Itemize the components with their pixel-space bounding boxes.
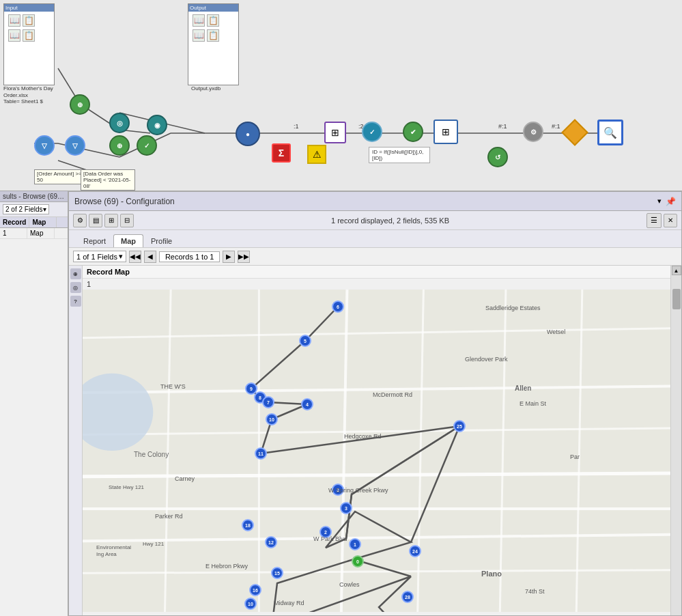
pin-icon[interactable]: 📌 (666, 197, 676, 206)
wf-node-green-c[interactable]: ⊕ (109, 135, 130, 156)
output-box[interactable]: Output 📖 📋 📖 📋 (188, 3, 239, 85)
wf-node-1[interactable]: ⊕ (70, 94, 90, 115)
sidebar-icon-2[interactable]: ◎ (70, 282, 81, 293)
wf-node-filter[interactable]: ● (236, 122, 260, 146)
svg-text:E Main St: E Main St (520, 400, 547, 407)
wf-node-rect-1[interactable]: ⊞ (324, 122, 346, 143)
wf-node-5[interactable]: ✓ (362, 122, 382, 142)
first-record-btn[interactable]: ◀◀ (129, 251, 141, 263)
svg-point-37 (83, 374, 153, 451)
sidebar-icon-1[interactable]: ⊕ (70, 268, 81, 279)
last-record-btn[interactable]: ▶▶ (238, 251, 250, 263)
table-header: Record Map (0, 217, 68, 228)
tab-report[interactable]: Report (76, 234, 113, 247)
view-btn-1[interactable]: ▤ (89, 214, 102, 227)
svg-text:Hedgcoxe Rd: Hedgcoxe Rd (344, 433, 382, 440)
browse-header-icons: ▾ 📌 (657, 197, 676, 206)
browse-panel: Browse (69) - Configuration ▾ 📌 ⚙ ▤ ⊞ ⊟ … (68, 191, 682, 616)
wf-node-filter-a[interactable]: ▽ (34, 135, 55, 156)
wf-node-filter-b[interactable]: ▽ (65, 135, 85, 156)
fields-label: 2 of 2 Fields (5, 206, 42, 213)
svg-text:24: 24 (412, 549, 418, 554)
wf-node-circular[interactable]: ↺ (487, 147, 508, 167)
svg-text:5: 5 (304, 339, 307, 344)
close-btn[interactable]: ✕ (664, 214, 677, 227)
svg-text:W Spring Creek Pkwy: W Spring Creek Pkwy (328, 487, 388, 494)
col-map: Map (29, 217, 57, 227)
svg-text:Glendover Park: Glendover Park (465, 356, 508, 363)
workflow-canvas: :1 :2 #:1 #:1 Input 📖 📋 📖 📋 Flora's Moth… (0, 0, 682, 191)
sidebar-icon-3[interactable]: ? (70, 296, 81, 307)
view-btn-2[interactable]: ⊞ (104, 214, 118, 227)
dropdown-arrow-icon: ▾ (119, 252, 123, 261)
wf-node-caution[interactable]: ⚠ (307, 145, 326, 164)
svg-text:12: 12 (268, 540, 274, 545)
chevron-down-header-icon[interactable]: ▾ (657, 197, 662, 206)
svg-text:15: 15 (274, 571, 280, 576)
wf-node-3[interactable]: ◉ (147, 115, 167, 135)
wf-node-browse[interactable]: 🔍 (597, 120, 623, 145)
view-btn-3[interactable]: ⊟ (120, 214, 134, 227)
svg-text:State Hwy 121: State Hwy 121 (109, 484, 145, 490)
svg-text:#:1: #:1 (552, 123, 560, 130)
svg-text:28: 28 (405, 595, 410, 600)
svg-text:Midway Rd: Midway Rd (274, 600, 304, 606)
svg-text:6: 6 (337, 305, 339, 309)
output-label: Output.yxdb (191, 85, 221, 92)
map-scrollbar[interactable]: ▲ (670, 266, 681, 615)
wf-node-2[interactable]: ◎ (109, 113, 130, 133)
svg-text:1: 1 (354, 542, 356, 547)
svg-text:3: 3 (345, 506, 347, 511)
scroll-thumb[interactable] (672, 289, 681, 309)
record-map-header: Record Map (83, 266, 670, 279)
svg-text:Parker Rd: Parker Rd (155, 513, 183, 520)
svg-text:11: 11 (258, 451, 264, 456)
wf-node-6[interactable]: ✔ (403, 122, 423, 142)
fields-dropdown-btn[interactable]: 2 of 2 Fields ▾ (3, 204, 49, 214)
left-panel: sults - Browse (69) - In 2 of 2 Fields ▾… (0, 191, 68, 616)
wf-node-gear[interactable]: ⚙ (523, 122, 543, 142)
cell-record-1: 1 (0, 228, 27, 238)
svg-text:74th St: 74th St (525, 588, 545, 595)
browse-nav: 1 of 1 Fields ▾ ◀◀ ◀ Records 1 to 1 ▶ ▶▶ (69, 248, 681, 266)
svg-line-27 (83, 473, 670, 477)
fields-nav-dropdown[interactable]: 1 of 1 Fields ▾ (73, 251, 126, 262)
cell-map-1: Map (27, 228, 55, 238)
svg-text::1: :1 (294, 123, 299, 130)
svg-text:Hwy 121: Hwy 121 (143, 541, 165, 547)
svg-text:E Hebron Pkwy: E Hebron Pkwy (205, 563, 248, 570)
wf-node-warning[interactable] (561, 119, 588, 146)
input-box[interactable]: Input 📖 📋 📖 📋 (3, 3, 55, 85)
map-visual[interactable]: 6 5 9 8 7 4 (83, 290, 670, 612)
svg-text:25: 25 (457, 424, 462, 429)
svg-line-30 (83, 570, 670, 574)
scroll-up-btn[interactable]: ▲ (672, 266, 681, 275)
browse-header: Browse (69) - Configuration ▾ 📌 (69, 192, 681, 211)
menu-btn[interactable]: ☰ (647, 213, 662, 228)
input-label: Flora's Mother's Day Order.xlsxTable= Sh… (3, 85, 58, 105)
svg-text:10: 10 (248, 602, 253, 606)
svg-text:Plano: Plano (481, 570, 502, 578)
svg-text:THE W'S: THE W'S (160, 383, 186, 390)
fields-selector[interactable]: 2 of 2 Fields ▾ (0, 202, 68, 217)
tab-map[interactable]: Map (113, 234, 143, 247)
browse-tabs: Report Map Profile (69, 230, 681, 248)
wf-node-table[interactable]: ⊞ (434, 120, 458, 144)
fields-nav-label: 1 of 1 Fields (76, 253, 117, 261)
svg-text:Saddleridge Estates: Saddleridge Estates (485, 305, 541, 311)
wf-node-sigma[interactable]: Σ (272, 143, 291, 163)
col-record: Record (0, 217, 29, 227)
prev-record-btn[interactable]: ◀ (144, 251, 156, 263)
wf-node-check-d[interactable]: ✓ (137, 135, 157, 156)
toolbar-right: ☰ ✕ (647, 213, 677, 228)
date-order-label: [Data Order was Placed] < '2021-05-08' (81, 169, 135, 191)
next-record-btn[interactable]: ▶ (223, 251, 235, 263)
browse-title: Browse (69) - Configuration (74, 197, 175, 206)
left-panel-title: sults - Browse (69) - In (0, 191, 68, 202)
svg-text:Par: Par (570, 453, 580, 460)
tab-profile[interactable]: Profile (143, 234, 180, 247)
table-row[interactable]: 1 Map (0, 228, 68, 239)
svg-text:Carney: Carney (175, 475, 195, 482)
svg-text:Cowles: Cowles (339, 581, 360, 588)
settings-btn[interactable]: ⚙ (73, 214, 87, 227)
